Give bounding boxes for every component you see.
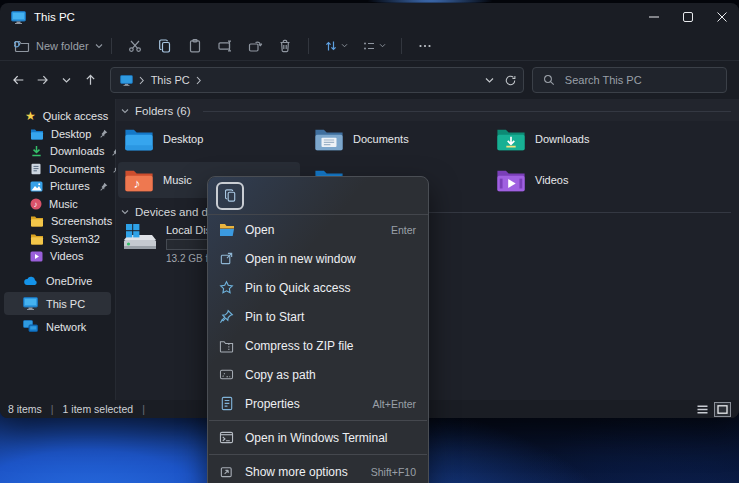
sidebar-item-quick-access[interactable]: ★ Quick access <box>0 107 115 125</box>
music-icon: ♪ <box>30 198 42 210</box>
context-menu-item-compress-zip[interactable]: Compress to ZIP file <box>208 331 428 360</box>
sort-button[interactable] <box>317 33 355 59</box>
local-disk-icon <box>122 223 158 264</box>
context-menu-item-open-new-window[interactable]: Open in new window <box>208 244 428 273</box>
folder-icon <box>30 233 44 245</box>
title-bar[interactable]: This PC <box>0 3 739 31</box>
forward-button[interactable] <box>32 69 54 91</box>
toolbar-divider <box>111 38 112 54</box>
pin-icon <box>99 182 108 191</box>
address-bar[interactable]: This PC <box>110 67 524 93</box>
documents-folder-icon <box>314 127 344 152</box>
copy-button[interactable] <box>216 182 244 210</box>
context-menu-item-show-more-options[interactable]: Show more options Shift+F10 <box>208 457 428 483</box>
toolbar-divider <box>308 38 309 54</box>
sidebar-item-network[interactable]: Network <box>0 315 115 338</box>
network-icon <box>23 320 38 333</box>
sidebar-item-this-pc[interactable]: This PC <box>4 292 111 315</box>
search-icon <box>543 74 555 86</box>
sidebar-item-pictures[interactable]: Pictures <box>0 178 115 196</box>
recent-locations-chevron[interactable] <box>56 69 78 91</box>
folder-tile-videos[interactable]: Videos <box>490 162 672 198</box>
command-toolbar: New folder <box>0 31 739 61</box>
pin-icon <box>218 309 235 324</box>
open-folder-icon <box>218 223 235 237</box>
sidebar-item-screenshots[interactable]: Screenshots <box>0 213 115 231</box>
navigation-pane: ★ Quick access Desktop Downloads Documen… <box>0 99 116 400</box>
cut-button[interactable] <box>120 33 150 59</box>
sidebar-item-onedrive[interactable]: OneDrive <box>0 269 115 292</box>
search-box[interactable] <box>532 67 727 93</box>
back-button[interactable] <box>8 69 30 91</box>
desktop-folder-icon <box>124 127 154 152</box>
context-menu-item-properties[interactable]: Properties Alt+Enter <box>208 389 428 418</box>
new-folder-label: New folder <box>36 40 89 52</box>
search-input[interactable] <box>563 73 707 87</box>
toolbar-divider <box>401 38 402 54</box>
details-view-button[interactable] <box>694 402 711 417</box>
folder-tile-desktop[interactable]: Desktop <box>118 121 300 157</box>
folder-tile-documents[interactable]: Documents <box>308 121 490 157</box>
drive-free-space: 13.2 GB free <box>166 253 212 264</box>
sidebar-item-music[interactable]: ♪ Music <box>0 195 115 213</box>
address-dropdown-chevron[interactable] <box>485 77 494 84</box>
view-button[interactable] <box>355 33 393 59</box>
share-button[interactable] <box>240 33 270 59</box>
breadcrumb-this-pc[interactable]: This PC <box>151 74 190 86</box>
context-menu-item-copy-as-path[interactable]: Copy as path <box>208 360 428 389</box>
context-menu-item-open[interactable]: Open Enter <box>208 215 428 244</box>
sidebar-item-documents[interactable]: Documents <box>0 160 115 178</box>
documents-icon <box>30 163 42 175</box>
chevron-right-icon <box>139 76 145 85</box>
this-pc-icon <box>23 297 38 310</box>
sidebar-item-videos[interactable]: Videos <box>0 248 115 266</box>
folders-section-header[interactable]: Folders (6) <box>121 105 731 117</box>
properties-icon <box>218 396 235 411</box>
close-button[interactable] <box>705 3 739 31</box>
paste-button[interactable] <box>180 33 210 59</box>
maximize-button[interactable] <box>671 3 705 31</box>
drive-name: Local Disk <box>166 224 212 236</box>
rename-button[interactable] <box>210 33 240 59</box>
new-folder-button[interactable]: New folder <box>14 38 103 54</box>
chevron-right-icon <box>196 76 202 85</box>
chevron-down-icon <box>341 43 348 48</box>
minimize-button[interactable] <box>637 3 671 31</box>
sidebar-item-desktop[interactable]: Desktop <box>0 125 115 143</box>
refresh-icon[interactable] <box>504 74 517 87</box>
desktop-folder-icon <box>30 128 44 140</box>
chevron-down-icon <box>379 43 386 48</box>
videos-icon <box>30 251 43 262</box>
up-button[interactable] <box>80 69 102 91</box>
folder-tile-downloads[interactable]: Downloads <box>490 121 672 157</box>
context-menu-item-open-windows-terminal[interactable]: Open in Windows Terminal <box>208 423 428 452</box>
this-pc-window-icon <box>11 11 26 24</box>
context-menu-item-pin-start[interactable]: Pin to Start <box>208 302 428 331</box>
context-menu-quick-actions <box>208 177 428 215</box>
thumbnail-view-button[interactable] <box>714 402 731 417</box>
address-row: This PC <box>0 61 739 99</box>
sidebar-item-downloads[interactable]: Downloads <box>0 143 115 161</box>
copy-button[interactable] <box>150 33 180 59</box>
music-folder-icon: ♪ <box>124 168 154 193</box>
copy-path-icon <box>218 368 235 381</box>
show-more-icon <box>218 465 235 479</box>
menu-divider <box>209 454 427 455</box>
pin-icon <box>99 129 108 138</box>
delete-button[interactable] <box>270 33 300 59</box>
terminal-icon <box>218 431 235 444</box>
downloads-icon <box>30 145 43 157</box>
svg-text:♪: ♪ <box>34 200 38 209</box>
copy-icon <box>223 188 238 203</box>
new-window-icon <box>218 251 235 266</box>
star-icon <box>218 280 235 295</box>
section-divider <box>203 111 731 112</box>
sidebar-item-system32[interactable]: System32 <box>0 230 115 248</box>
context-menu-item-pin-quick-access[interactable]: Pin to Quick access <box>208 273 428 302</box>
downloads-folder-icon <box>496 127 526 152</box>
more-options-button[interactable] <box>410 33 440 59</box>
svg-text:♪: ♪ <box>133 176 140 191</box>
selection-count: 1 item selected <box>63 403 134 415</box>
folder-icon <box>30 215 44 227</box>
chevron-down-icon <box>95 43 103 49</box>
